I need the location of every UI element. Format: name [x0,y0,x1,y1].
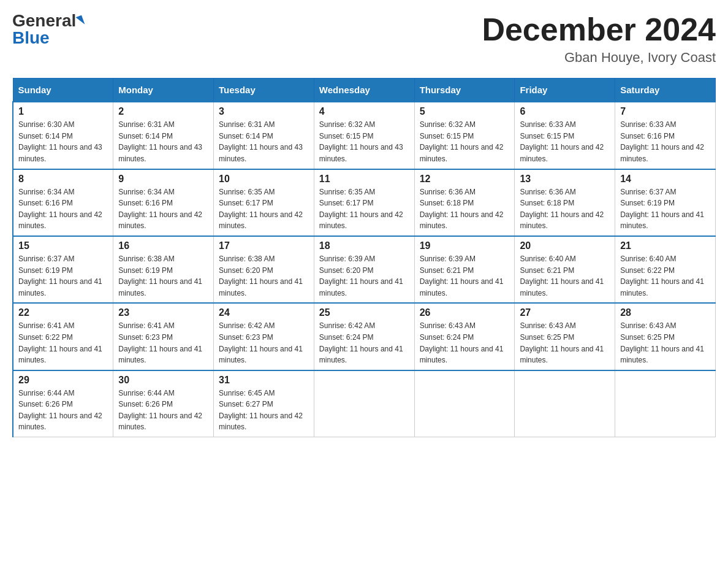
column-header-sunday: Sunday [13,79,113,102]
day-info: Sunrise: 6:34 AMSunset: 6:16 PMDaylight:… [118,186,208,232]
calendar-cell: 20 Sunrise: 6:40 AMSunset: 6:21 PMDaylig… [515,236,615,303]
logo-blue-text: Blue [12,29,50,47]
day-info: Sunrise: 6:43 AMSunset: 6:25 PMDaylight:… [520,320,610,366]
calendar-cell: 24 Sunrise: 6:42 AMSunset: 6:23 PMDaylig… [214,303,314,370]
day-number: 19 [420,240,510,251]
calendar-week-row: 8 Sunrise: 6:34 AMSunset: 6:16 PMDayligh… [13,169,716,236]
calendar-cell: 4 Sunrise: 6:32 AMSunset: 6:15 PMDayligh… [314,102,414,169]
day-info: Sunrise: 6:37 AMSunset: 6:19 PMDaylight:… [620,186,710,232]
logo: General Blue [12,12,83,47]
title-block: December 2024 Gban Houye, Ivory Coast [482,12,716,66]
calendar-cell: 13 Sunrise: 6:36 AMSunset: 6:18 PMDaylig… [515,169,615,236]
day-info: Sunrise: 6:40 AMSunset: 6:22 PMDaylight:… [620,253,710,299]
column-header-tuesday: Tuesday [214,79,314,102]
calendar-cell: 26 Sunrise: 6:43 AMSunset: 6:24 PMDaylig… [414,303,515,370]
day-number: 31 [219,375,309,386]
calendar-cell [615,370,716,437]
day-number: 7 [620,106,710,117]
calendar-cell: 21 Sunrise: 6:40 AMSunset: 6:22 PMDaylig… [615,236,716,303]
day-number: 24 [219,307,309,318]
day-info: Sunrise: 6:41 AMSunset: 6:23 PMDaylight:… [118,320,208,366]
day-info: Sunrise: 6:34 AMSunset: 6:16 PMDaylight:… [18,186,108,232]
day-number: 27 [520,307,610,318]
day-info: Sunrise: 6:38 AMSunset: 6:20 PMDaylight:… [219,253,309,299]
calendar-cell: 7 Sunrise: 6:33 AMSunset: 6:16 PMDayligh… [615,102,716,169]
calendar-cell: 15 Sunrise: 6:37 AMSunset: 6:19 PMDaylig… [13,236,113,303]
calendar-cell: 6 Sunrise: 6:33 AMSunset: 6:15 PMDayligh… [515,102,615,169]
day-number: 13 [520,174,610,185]
day-info: Sunrise: 6:30 AMSunset: 6:14 PMDaylight:… [18,119,108,164]
day-number: 5 [420,106,510,117]
calendar-table: SundayMondayTuesdayWednesdayThursdayFrid… [12,78,716,437]
column-header-saturday: Saturday [615,79,716,102]
day-number: 30 [118,375,208,386]
calendar-cell: 23 Sunrise: 6:41 AMSunset: 6:23 PMDaylig… [113,303,214,370]
column-header-wednesday: Wednesday [314,79,414,102]
calendar-title: December 2024 [482,12,716,47]
day-number: 20 [520,240,610,251]
day-number: 21 [620,240,710,251]
day-info: Sunrise: 6:31 AMSunset: 6:14 PMDaylight:… [118,119,208,164]
calendar-cell: 31 Sunrise: 6:45 AMSunset: 6:27 PMDaylig… [214,370,314,437]
calendar-cell: 9 Sunrise: 6:34 AMSunset: 6:16 PMDayligh… [113,169,214,236]
day-number: 4 [319,106,409,117]
calendar-cell: 2 Sunrise: 6:31 AMSunset: 6:14 PMDayligh… [113,102,214,169]
day-number: 16 [118,240,208,251]
day-number: 8 [18,174,108,185]
day-number: 26 [420,307,510,318]
day-number: 3 [219,106,309,117]
day-info: Sunrise: 6:35 AMSunset: 6:17 PMDaylight:… [319,186,409,232]
day-info: Sunrise: 6:44 AMSunset: 6:26 PMDaylight:… [18,388,108,433]
column-header-friday: Friday [515,79,615,102]
day-info: Sunrise: 6:36 AMSunset: 6:18 PMDaylight:… [420,186,510,232]
day-number: 28 [620,307,710,318]
day-info: Sunrise: 6:36 AMSunset: 6:18 PMDaylight:… [520,186,610,232]
calendar-cell: 3 Sunrise: 6:31 AMSunset: 6:14 PMDayligh… [214,102,314,169]
calendar-cell [314,370,414,437]
day-number: 2 [118,106,208,117]
day-number: 14 [620,174,710,185]
day-number: 9 [118,174,208,185]
day-info: Sunrise: 6:38 AMSunset: 6:19 PMDaylight:… [118,253,208,299]
day-info: Sunrise: 6:39 AMSunset: 6:20 PMDaylight:… [319,253,409,299]
calendar-cell: 10 Sunrise: 6:35 AMSunset: 6:17 PMDaylig… [214,169,314,236]
calendar-cell: 27 Sunrise: 6:43 AMSunset: 6:25 PMDaylig… [515,303,615,370]
day-info: Sunrise: 6:40 AMSunset: 6:21 PMDaylight:… [520,253,610,299]
calendar-cell: 8 Sunrise: 6:34 AMSunset: 6:16 PMDayligh… [13,169,113,236]
day-info: Sunrise: 6:31 AMSunset: 6:14 PMDaylight:… [219,119,309,164]
calendar-cell: 19 Sunrise: 6:39 AMSunset: 6:21 PMDaylig… [414,236,515,303]
day-info: Sunrise: 6:45 AMSunset: 6:27 PMDaylight:… [219,388,309,433]
calendar-cell: 11 Sunrise: 6:35 AMSunset: 6:17 PMDaylig… [314,169,414,236]
day-info: Sunrise: 6:33 AMSunset: 6:15 PMDaylight:… [520,119,610,164]
day-number: 22 [18,307,108,318]
day-number: 15 [18,240,108,251]
day-number: 18 [319,240,409,251]
day-info: Sunrise: 6:39 AMSunset: 6:21 PMDaylight:… [420,253,510,299]
day-number: 25 [319,307,409,318]
day-info: Sunrise: 6:42 AMSunset: 6:24 PMDaylight:… [319,320,409,366]
calendar-header-row: SundayMondayTuesdayWednesdayThursdayFrid… [13,79,716,102]
day-number: 1 [18,106,108,117]
day-info: Sunrise: 6:41 AMSunset: 6:22 PMDaylight:… [18,320,108,366]
calendar-cell: 28 Sunrise: 6:43 AMSunset: 6:25 PMDaylig… [615,303,716,370]
calendar-cell: 29 Sunrise: 6:44 AMSunset: 6:26 PMDaylig… [13,370,113,437]
day-number: 23 [118,307,208,318]
day-number: 11 [319,174,409,185]
day-number: 29 [18,375,108,386]
calendar-cell: 1 Sunrise: 6:30 AMSunset: 6:14 PMDayligh… [13,102,113,169]
calendar-cell: 30 Sunrise: 6:44 AMSunset: 6:26 PMDaylig… [113,370,214,437]
logo-triangle-icon [76,15,85,26]
calendar-cell: 17 Sunrise: 6:38 AMSunset: 6:20 PMDaylig… [214,236,314,303]
day-number: 12 [420,174,510,185]
calendar-cell: 25 Sunrise: 6:42 AMSunset: 6:24 PMDaylig… [314,303,414,370]
day-info: Sunrise: 6:42 AMSunset: 6:23 PMDaylight:… [219,320,309,366]
column-header-monday: Monday [113,79,214,102]
day-info: Sunrise: 6:44 AMSunset: 6:26 PMDaylight:… [118,388,208,433]
calendar-week-row: 22 Sunrise: 6:41 AMSunset: 6:22 PMDaylig… [13,303,716,370]
calendar-location: Gban Houye, Ivory Coast [482,50,716,66]
day-info: Sunrise: 6:32 AMSunset: 6:15 PMDaylight:… [420,119,510,164]
day-number: 6 [520,106,610,117]
day-info: Sunrise: 6:32 AMSunset: 6:15 PMDaylight:… [319,119,409,164]
day-info: Sunrise: 6:43 AMSunset: 6:25 PMDaylight:… [620,320,710,366]
calendar-cell: 22 Sunrise: 6:41 AMSunset: 6:22 PMDaylig… [13,303,113,370]
